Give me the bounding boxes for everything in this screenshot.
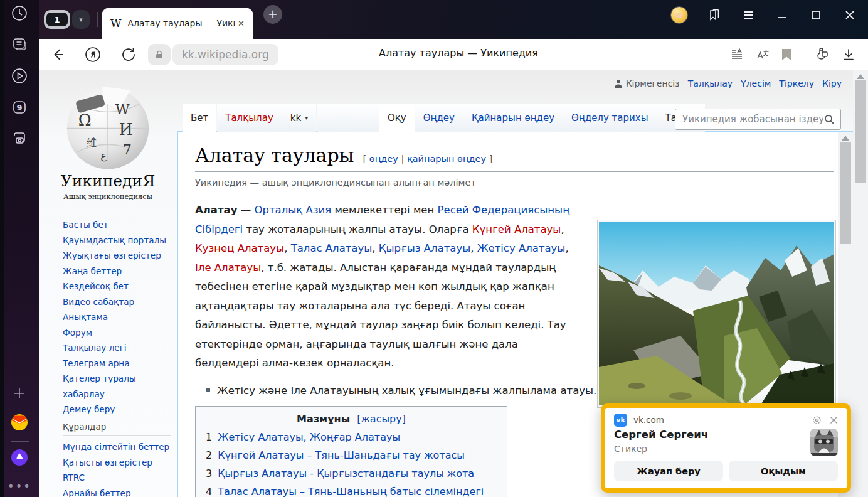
article-thumbnail[interactable] (597, 220, 836, 408)
nav-item[interactable]: Жуықтағы өзгерістер (63, 248, 173, 264)
nav-link[interactable]: Қауымдастық порталы (63, 235, 166, 245)
tools-link[interactable]: Қатысты өзгерістер (63, 457, 152, 468)
nav-link[interactable]: Талқылау легі (63, 343, 127, 353)
screenshot-icon[interactable] (11, 130, 28, 147)
personal-link[interactable]: Кіру (822, 78, 842, 88)
sidebar-more-icon[interactable]: ••• (8, 479, 31, 493)
tab-counter-icon[interactable]: 9 (11, 99, 28, 116)
nav-item[interactable]: Демеу беру (63, 402, 173, 417)
tools-link[interactable]: Арнайы беттер (63, 488, 131, 497)
toc-link[interactable]: Жетісу Алатауы, Жоңғар Алатауы (218, 431, 400, 443)
notification-settings-icon[interactable] (812, 415, 822, 425)
tab-group-chevron-icon[interactable]: ▾ (72, 10, 90, 29)
tools-link[interactable]: RTRC (63, 473, 85, 483)
nav-link[interactable]: Демеу беру (63, 404, 115, 414)
personal-link[interactable]: Үлесім (741, 78, 771, 88)
scrollbar-thumb[interactable] (855, 80, 866, 183)
edit-source-link[interactable]: қайнарын өңдеу (407, 154, 486, 164)
personal-link[interactable]: Тіркелу (779, 78, 814, 88)
tab-language-selector[interactable]: kk▾ (282, 104, 316, 132)
window-maximize-icon[interactable] (808, 8, 823, 23)
scroll-up-icon[interactable] (842, 136, 849, 141)
window-close-icon[interactable] (842, 8, 857, 23)
nav-link[interactable]: Жаңа беттер (63, 266, 122, 276)
toc-item[interactable]: 4 Талас Алатауы – Тянь-Шаньның батыс сіл… (206, 486, 497, 497)
toc-link[interactable]: Қырғыз Алатауы - Қырғызстандағы таулы жо… (218, 468, 474, 479)
toc-item[interactable]: 2 Күнгей Алатауы – Тянь-Шаньдағы тау жот… (206, 449, 497, 461)
nav-item[interactable]: Қауымдастық порталы (63, 233, 173, 248)
url-text[interactable]: kk.wikipedia.org (172, 44, 278, 65)
panels-icon[interactable] (707, 8, 722, 23)
nav-link[interactable]: Анықтама (63, 312, 108, 322)
search-input[interactable] (681, 113, 824, 126)
lock-icon[interactable] (148, 44, 171, 65)
video-play-icon[interactable] (11, 67, 28, 85)
nav-link[interactable]: Видео сабақтар (63, 297, 134, 307)
yandex-mail-icon[interactable] (11, 414, 28, 431)
refresh-icon[interactable] (120, 46, 137, 63)
menu-icon[interactable] (741, 8, 756, 23)
edit-link[interactable]: өңдеу (369, 154, 398, 164)
nav-item[interactable]: Кездейсоқ бет (63, 279, 173, 294)
toc-link[interactable]: Талас Алатауы – Тянь-Шаньның батыс сілем… (218, 486, 497, 497)
back-icon[interactable] (49, 46, 65, 63)
active-tab[interactable]: W Алатау таулары — Уики ✕ (102, 8, 253, 39)
tools-item[interactable]: Арнайы беттер (63, 486, 171, 497)
sidebar-add-icon[interactable] (10, 384, 29, 403)
nav-item[interactable]: Басты бет (63, 217, 173, 233)
tab-group[interactable]: 1 ▾ (44, 10, 98, 29)
tab-edit-source[interactable]: Қайнарын өңдеу (463, 104, 563, 132)
toc-item[interactable]: 3 Қырғыз Алатауы - Қырғызстандағы таулы … (206, 468, 497, 479)
nav-item[interactable]: Қателер туралы хабарлау (63, 371, 173, 402)
feed-icon[interactable] (11, 36, 28, 53)
nav-link[interactable]: Басты бет (63, 220, 109, 230)
translate-icon[interactable] (755, 47, 770, 62)
nav-link[interactable]: Кездейсоқ бет (63, 281, 129, 291)
tools-link[interactable]: Мұнда сілтейтін беттер (63, 442, 169, 452)
nav-item[interactable]: Форум (63, 325, 173, 341)
vk-notification-popup[interactable]: vk vk.com Сергей Сергеич Стикер (601, 403, 851, 493)
tab-group-pill[interactable]: 1 (44, 10, 70, 29)
nav-item[interactable]: Жаңа беттер (63, 264, 173, 279)
nav-item[interactable]: Анықтама (63, 309, 173, 325)
toc-toggle-link[interactable]: [жасыру] (357, 413, 406, 425)
yandex-button-icon[interactable] (84, 46, 102, 63)
nav-item[interactable]: Видео сабақтар (63, 294, 173, 310)
wiki-search[interactable] (675, 109, 841, 130)
scroll-up-icon[interactable] (857, 74, 864, 79)
tab-history[interactable]: Өңделу тарихы (563, 104, 656, 132)
history-icon[interactable] (11, 4, 28, 22)
new-tab-button[interactable]: + (263, 5, 282, 24)
toc-link[interactable]: Күнгей Алатауы – Тянь-Шаньдағы тау жотас… (218, 449, 465, 461)
profile-avatar[interactable] (670, 6, 688, 24)
scrollbar-thumb[interactable] (840, 142, 851, 244)
tools-item[interactable]: RTRC (63, 470, 171, 486)
nav-link[interactable]: Форум (63, 328, 92, 338)
tab-read[interactable]: Оқу (379, 104, 415, 132)
nav-item[interactable]: Телеграм арна (63, 356, 173, 371)
nav-item[interactable]: Талқылау легі (63, 340, 173, 356)
nav-link[interactable]: Телеграм арна (63, 358, 130, 368)
tools-item[interactable]: Мұнда сілтейтін беттер (63, 439, 171, 455)
tab-edit[interactable]: Өңдеу (415, 104, 463, 132)
nav-link[interactable]: Қателер туралы хабарлау (63, 373, 136, 399)
search-icon[interactable] (824, 114, 835, 125)
download-icon[interactable] (841, 47, 856, 62)
tab-talk[interactable]: Талқылау (217, 104, 282, 132)
mark-read-button[interactable]: Оқыдым (729, 461, 838, 481)
personal-link[interactable]: Талқылау (688, 78, 733, 88)
reply-button[interactable]: Жауап беру (614, 461, 723, 481)
address-bar[interactable]: kk.wikipedia.org (148, 44, 278, 65)
tab-page[interactable]: Бет (183, 104, 216, 132)
window-minimize-icon[interactable] (775, 8, 790, 23)
alice-assistant-icon[interactable] (11, 449, 28, 466)
bookmark-icon[interactable] (781, 48, 792, 61)
notification-close-icon[interactable] (830, 416, 838, 424)
window-scrollbar[interactable] (853, 70, 868, 497)
extensions-icon[interactable] (814, 46, 830, 63)
tab-close-icon[interactable]: ✕ (238, 19, 245, 28)
nav-link[interactable]: Жуықтағы өзгерістер (63, 250, 161, 260)
reader-mode-icon[interactable] (729, 47, 744, 62)
tools-item[interactable]: Қатысты өзгерістер (63, 455, 171, 471)
toc-item[interactable]: 1 Жетісу Алатауы, Жоңғар Алатауы (206, 431, 497, 443)
